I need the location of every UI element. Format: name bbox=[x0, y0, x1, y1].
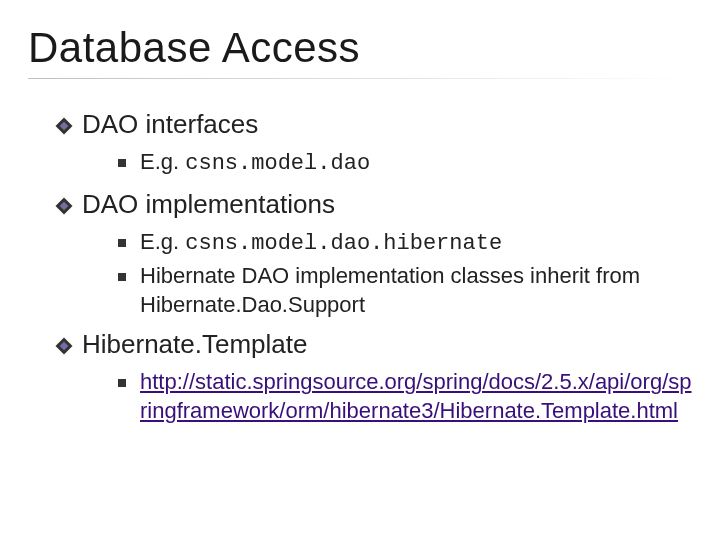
diamond-icon bbox=[58, 340, 70, 352]
subbullet-text: http://static.springsource.org/spring/do… bbox=[140, 368, 692, 425]
prefix-text: E.g. bbox=[140, 229, 185, 254]
square-icon bbox=[118, 379, 126, 387]
subbullet-hibernate-template-link: http://static.springsource.org/spring/do… bbox=[118, 368, 692, 425]
square-icon bbox=[118, 273, 126, 281]
bullet-text: Hibernate.Template bbox=[82, 329, 692, 360]
subbullet-dao-interfaces-example: E.g. csns.model.dao bbox=[118, 148, 692, 179]
diamond-icon bbox=[58, 120, 70, 132]
square-icon bbox=[118, 239, 126, 247]
bullet-text: DAO implementations bbox=[82, 189, 692, 220]
square-icon bbox=[118, 159, 126, 167]
code-text: csns.model.dao.hibernate bbox=[185, 231, 502, 256]
subbullet-text: E.g. csns.model.dao bbox=[140, 148, 692, 179]
doc-link[interactable]: http://static.springsource.org/spring/do… bbox=[140, 369, 692, 423]
subbullet-dao-impl-example: E.g. csns.model.dao.hibernate bbox=[118, 228, 692, 259]
subbullet-dao-impl-inherit: Hibernate DAO implementation classes inh… bbox=[118, 262, 692, 319]
slide-title: Database Access bbox=[28, 24, 692, 72]
subbullet-text: E.g. csns.model.dao.hibernate bbox=[140, 228, 692, 259]
bullet-hibernate-template: Hibernate.Template bbox=[58, 329, 692, 360]
diamond-icon bbox=[58, 200, 70, 212]
bullet-dao-interfaces: DAO interfaces bbox=[58, 109, 692, 140]
bullet-dao-implementations: DAO implementations bbox=[58, 189, 692, 220]
slide: Database Access DAO interfaces E.g. csns… bbox=[0, 0, 720, 458]
subbullet-text: Hibernate DAO implementation classes inh… bbox=[140, 262, 692, 319]
title-underline bbox=[28, 78, 692, 79]
prefix-text: E.g. bbox=[140, 149, 185, 174]
bullet-text: DAO interfaces bbox=[82, 109, 692, 140]
code-text: csns.model.dao bbox=[185, 151, 370, 176]
